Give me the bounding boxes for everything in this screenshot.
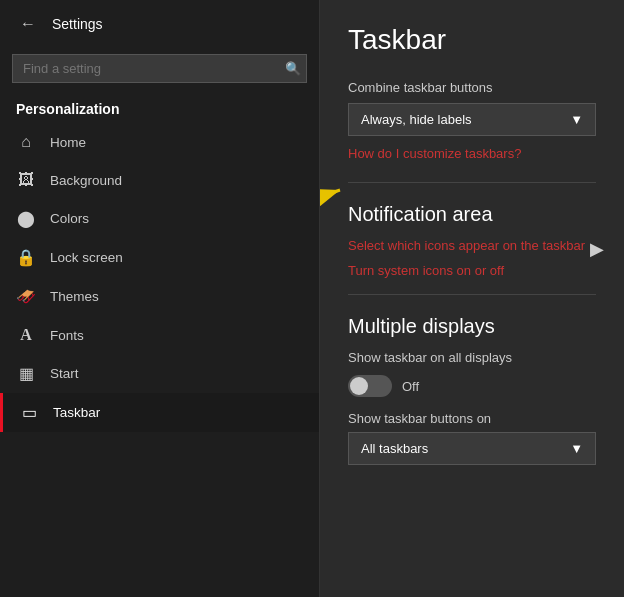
sidebar-item-label: Taskbar	[53, 405, 100, 420]
background-icon: 🖼	[16, 171, 36, 189]
sidebar-item-lock-screen[interactable]: 🔒 Lock screen	[0, 238, 319, 277]
divider-2	[348, 294, 596, 295]
sidebar-item-label: Fonts	[50, 328, 84, 343]
show-all-displays-toggle[interactable]	[348, 375, 392, 397]
sidebar: ← Settings 🔍 Personalization ⌂ Home 🖼 Ba…	[0, 0, 320, 597]
customize-link[interactable]: How do I customize taskbars?	[348, 146, 521, 161]
search-icon: 🔍	[285, 61, 301, 76]
back-button[interactable]: ←	[16, 12, 40, 36]
notification-system-link[interactable]: Turn system icons on or off	[348, 263, 596, 278]
show-all-displays-label: Show taskbar on all displays	[348, 350, 596, 365]
section-label: Personalization	[0, 93, 319, 123]
page-title: Taskbar	[348, 24, 596, 56]
show-buttons-label: Show taskbar buttons on	[348, 411, 596, 426]
home-icon: ⌂	[16, 133, 36, 151]
notification-icons-link[interactable]: Select which icons appear on the taskbar	[348, 238, 596, 253]
sidebar-item-home[interactable]: ⌂ Home	[0, 123, 319, 161]
sidebar-item-background[interactable]: 🖼 Background	[0, 161, 319, 199]
sidebar-item-label: Background	[50, 173, 122, 188]
search-box: 🔍	[12, 54, 307, 83]
notification-section-heading: Notification area	[348, 203, 596, 226]
sidebar-item-colors[interactable]: ⬤ Colors	[0, 199, 319, 238]
toggle-row: Off	[348, 375, 596, 397]
chevron-down-icon: ▼	[570, 112, 583, 127]
main-content: Taskbar Combine taskbar buttons Always, …	[320, 0, 624, 597]
show-buttons-value: All taskbars	[361, 441, 428, 456]
taskbar-icon: ▭	[19, 403, 39, 422]
sidebar-item-themes[interactable]: 🛷 Themes	[0, 277, 319, 316]
search-icon-button[interactable]: 🔍	[285, 61, 301, 76]
sidebar-item-label: Colors	[50, 211, 89, 226]
fonts-icon: A	[16, 326, 36, 344]
combine-value: Always, hide labels	[361, 112, 472, 127]
sidebar-item-label: Home	[50, 135, 86, 150]
chevron-down-icon-2: ▼	[570, 441, 583, 456]
combine-section: Combine taskbar buttons Always, hide lab…	[348, 80, 596, 162]
lock-icon: 🔒	[16, 248, 36, 267]
divider-1	[348, 182, 596, 183]
toggle-knob	[350, 377, 368, 395]
sidebar-item-start[interactable]: ▦ Start	[0, 354, 319, 393]
multiple-displays-heading: Multiple displays	[348, 315, 596, 338]
toggle-state-label: Off	[402, 379, 419, 394]
search-input[interactable]	[12, 54, 307, 83]
start-icon: ▦	[16, 364, 36, 383]
show-buttons-dropdown[interactable]: All taskbars ▼	[348, 432, 596, 465]
sidebar-item-label: Lock screen	[50, 250, 123, 265]
themes-icon: 🛷	[16, 287, 36, 306]
sidebar-item-fonts[interactable]: A Fonts	[0, 316, 319, 354]
back-icon: ←	[20, 15, 36, 33]
sidebar-item-taskbar[interactable]: ▭ Taskbar	[0, 393, 319, 432]
sidebar-item-label: Themes	[50, 289, 99, 304]
sidebar-item-label: Start	[50, 366, 79, 381]
combine-dropdown[interactable]: Always, hide labels ▼	[348, 103, 596, 136]
sidebar-header: ← Settings	[0, 0, 319, 48]
combine-label: Combine taskbar buttons	[348, 80, 596, 95]
colors-icon: ⬤	[16, 209, 36, 228]
settings-title: Settings	[52, 16, 103, 32]
